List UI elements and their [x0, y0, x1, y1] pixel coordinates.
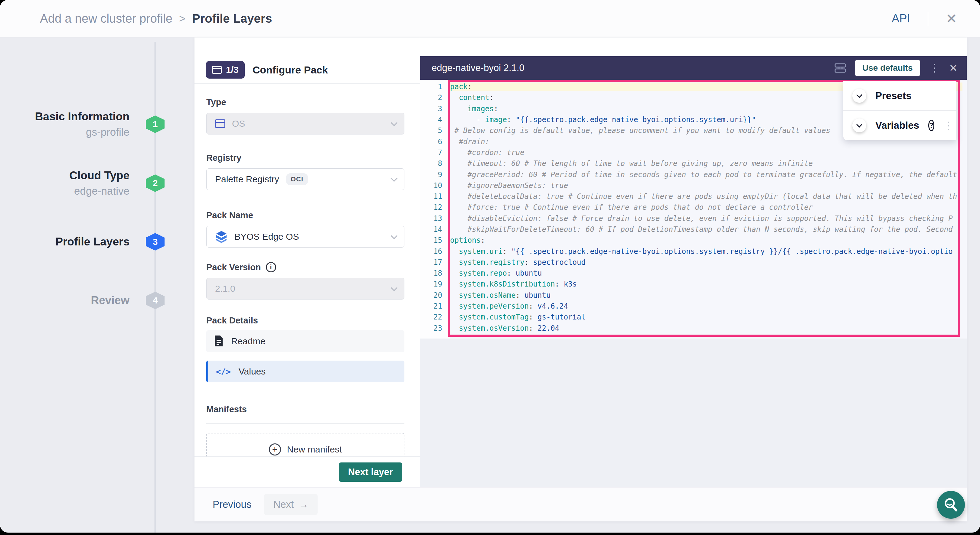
code-text: system.uri: "{{ .spectro.pack.edge-nativ…	[450, 247, 963, 256]
presets-expand-icon[interactable]	[852, 89, 866, 103]
editor-close-icon[interactable]: ✕	[949, 63, 958, 73]
line-number: 5	[420, 126, 450, 135]
top-bar: Add a new cluster profile > Profile Laye…	[0, 0, 980, 38]
code-line: 17 system.registry: spectrocloud	[420, 257, 963, 268]
pack-name-select[interactable]: BYOS Edge OS	[206, 226, 404, 248]
code-line: 20 system.osName: ubuntu	[420, 290, 963, 301]
code-text: options:	[450, 236, 963, 244]
byos-pack-icon	[215, 230, 228, 243]
help-icon[interactable]: ?	[928, 120, 934, 131]
code-icon: </>	[216, 367, 231, 376]
step-text: Profile Layers	[55, 235, 129, 248]
more-options-icon[interactable]: ⋮	[929, 63, 940, 73]
line-number: 15	[420, 236, 450, 244]
configure-pack-panel: 1/3 Configure Pack Type OS Registry Pale…	[194, 38, 420, 487]
line-number: 18	[420, 269, 450, 278]
next-button[interactable]: Next →	[264, 494, 318, 515]
editor-actions: Use defaults ⋮ ✕	[835, 60, 958, 76]
pack-icon	[212, 66, 222, 74]
step-indicator: 4	[146, 292, 165, 309]
code-line: 11 #deleteLocalData: true # Continue eve…	[420, 191, 963, 202]
code-line: 21 system.peVersion: v4.6.24	[420, 301, 963, 312]
code-text: #disableEviction: false # Force drain to…	[450, 214, 963, 223]
configure-pack-title: Configure Pack	[253, 64, 328, 76]
code-text: system.osName: ubuntu	[450, 291, 963, 300]
values-label: Values	[239, 366, 266, 376]
breadcrumb-current: Profile Layers	[192, 12, 272, 25]
previous-button[interactable]: Previous	[213, 499, 251, 510]
pack-version-label: Pack Version i	[206, 262, 404, 272]
variables-expand-icon[interactable]	[852, 119, 866, 132]
step-sublabel: gs-profile	[35, 126, 130, 138]
pack-step-badge: 1/3	[206, 61, 245, 79]
line-number: 13	[420, 214, 450, 223]
presets-variables-panel: Presets Variables ? ⋮	[843, 81, 956, 140]
presets-row[interactable]: Presets	[843, 81, 956, 111]
code-text: system.k8sDistribution: k3s	[450, 280, 963, 288]
code-line: 7 #cordon: true	[420, 147, 963, 158]
line-number: 2	[420, 94, 450, 102]
pack-name-label: Pack Name	[206, 210, 404, 220]
line-number: 8	[420, 159, 450, 168]
code-text: #timeout: 60 # The length of time to wai…	[450, 159, 963, 168]
line-number: 11	[420, 192, 450, 201]
registry-label: Registry	[206, 152, 404, 163]
editor-header: edge-native-byoi 2.1.0 Use defaults ⋮ ✕	[420, 56, 967, 80]
step-label: Review	[91, 294, 129, 307]
type-value: OS	[232, 119, 245, 129]
search-fab[interactable]	[937, 491, 965, 519]
use-defaults-button[interactable]: Use defaults	[855, 60, 920, 76]
search-icon	[943, 497, 959, 513]
step-label: Basic Information	[35, 110, 130, 123]
api-link[interactable]: API	[892, 12, 910, 25]
variables-more-icon[interactable]: ⋮	[943, 122, 954, 129]
presets-label: Presets	[875, 90, 912, 102]
values-editor: edge-native-byoi 2.1.0 Use defaults ⋮ ✕	[420, 56, 967, 487]
next-button-label: Next	[273, 499, 294, 510]
pack-name-value: BYOS Edge OS	[234, 232, 299, 242]
type-select[interactable]: OS	[206, 113, 404, 135]
pack-details-label: Pack Details	[206, 315, 404, 325]
line-number: 4	[420, 116, 450, 124]
pack-step-count: 1/3	[226, 65, 239, 75]
pack-version-select[interactable]: 2.1.0	[206, 278, 404, 300]
variables-label: Variables	[875, 120, 919, 131]
readme-tab[interactable]: Readme	[206, 330, 404, 352]
code-text: #ignoreDaemonSets: true	[450, 181, 963, 190]
topbar-actions: API ✕	[892, 12, 957, 26]
code-text: #cordon: true	[450, 148, 963, 157]
code-text: #deleteLocalData: true # Continue even i…	[450, 192, 963, 201]
app-window: Add a new cluster profile > Profile Laye…	[0, 0, 980, 533]
chevron-down-icon	[391, 232, 398, 240]
step-text: Review	[91, 294, 129, 307]
code-text: system.peVersion: v4.6.24	[450, 302, 963, 310]
info-icon[interactable]: i	[266, 262, 276, 272]
configure-pack-header: 1/3 Configure Pack	[194, 56, 420, 84]
line-number: 9	[420, 170, 450, 179]
code-line: 9 #gracePeriod: 60 # Period of time in s…	[420, 169, 963, 180]
code-text: system.customTag: gs-tutorial	[450, 313, 963, 321]
values-tab[interactable]: </> Values	[206, 360, 404, 383]
chevron-down-icon	[391, 119, 398, 126]
breadcrumb-parent[interactable]: Add a new cluster profile	[40, 12, 172, 25]
code-line: 13 #disableEviction: false # Force drain…	[420, 213, 963, 224]
editor-content: 1pack:2 content:3 images:4 - image: "{{.…	[420, 80, 967, 487]
document-icon	[214, 335, 223, 347]
manifests-label: Manifests	[206, 404, 404, 414]
diff-view-icon[interactable]	[835, 63, 846, 73]
next-layer-button[interactable]: Next layer	[339, 462, 402, 482]
breadcrumb-separator: >	[179, 13, 185, 25]
chevron-down-icon	[391, 284, 398, 291]
close-icon[interactable]: ✕	[946, 12, 957, 25]
code-line: 23 system.osVersion: 22.04	[420, 323, 963, 334]
variables-row[interactable]: Variables ? ⋮	[843, 111, 956, 140]
line-number: 6	[420, 138, 450, 146]
registry-select[interactable]: Palette Registry OCI	[206, 168, 404, 190]
chevron-down-icon	[391, 175, 398, 182]
code-text: #skipWaitForDeleteTimeout: 60 # If pod D…	[450, 225, 963, 233]
line-number: 1	[420, 83, 450, 91]
registry-value: Palette Registry	[215, 174, 279, 184]
step-indicator: 1	[146, 116, 165, 133]
step-connector-line	[154, 42, 156, 533]
wizard-footer: Previous Next →	[194, 487, 967, 521]
